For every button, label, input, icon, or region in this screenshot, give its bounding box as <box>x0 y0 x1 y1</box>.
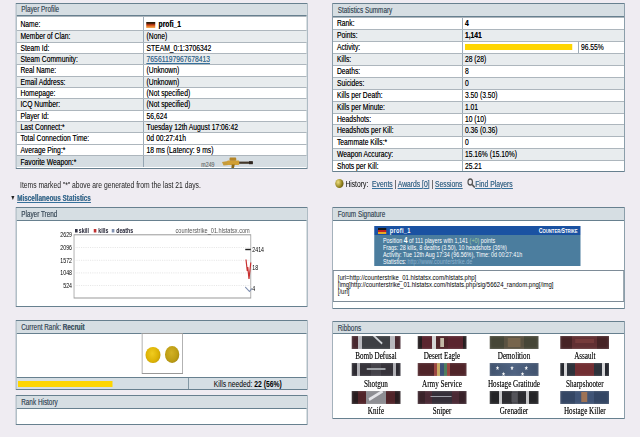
svg-text:2414: 2414 <box>253 245 265 253</box>
svg-text:2629: 2629 <box>61 230 73 238</box>
svg-text:2096: 2096 <box>61 243 73 251</box>
svg-text:1572: 1572 <box>61 256 73 264</box>
svg-text:skill: skill <box>79 226 89 234</box>
svg-text:4: 4 <box>253 284 256 292</box>
svg-text:18: 18 <box>253 263 259 271</box>
svg-text:524: 524 <box>63 281 72 289</box>
svg-text:1048: 1048 <box>61 268 73 276</box>
svg-text:kills: kills <box>98 226 109 234</box>
svg-text:deaths: deaths <box>116 226 133 234</box>
svg-text:counterstrike_01.hlstatsx.com: counterstrike_01.hlstatsx.com <box>176 226 251 235</box>
